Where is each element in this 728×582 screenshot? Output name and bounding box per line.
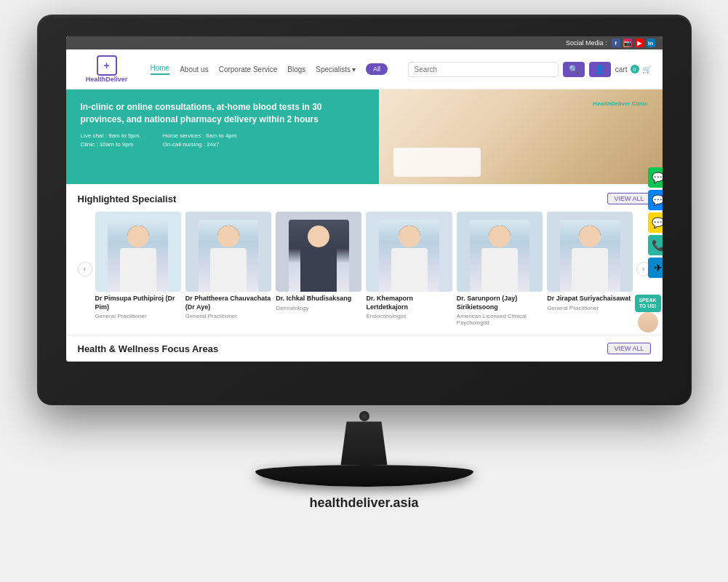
specialists-title: Highlighted Specialist <box>78 194 177 204</box>
health-view-all[interactable]: VIEW ALL <box>607 343 650 354</box>
doctor-figure-3 <box>289 220 349 292</box>
hero-content: In-clinic or online consultations, at-ho… <box>66 89 379 184</box>
phone-button[interactable]: 📞 <box>648 235 663 255</box>
specialist-photo-1 <box>95 212 181 292</box>
monitor-button <box>359 411 369 421</box>
specialist-card[interactable]: Dr. Ichkal Bhudisaksang Dermatology <box>276 212 361 326</box>
specialist-card[interactable]: Dr Pimsupa Puthipiroj (Dr Pim) General P… <box>95 212 181 326</box>
monitor-wrapper: Social Media : f 📷 ▶ in + HealthDeliver <box>37 15 692 511</box>
specialist-name-4: Dr. Khemaporn Lertdetkajorn <box>366 295 452 311</box>
doctor-head <box>399 226 420 247</box>
phone-icon: 📞 <box>652 239 663 251</box>
speak-to-us-button[interactable]: SPEAKTO US! <box>635 295 661 333</box>
social-icons: f 📷 ▶ in <box>612 39 655 47</box>
speak-btn-label: SPEAKTO US! <box>635 295 661 313</box>
specialist-photo-6 <box>547 212 633 292</box>
messenger-icon: 💬 <box>652 194 663 206</box>
telegram-button[interactable]: ✈ <box>648 258 663 278</box>
website-url: healthdeliver.asia <box>37 495 692 511</box>
social-label: Social Media : <box>566 39 607 47</box>
hero-image: HealthDeliver Clinic <box>379 89 663 184</box>
doctor-coat <box>572 248 608 292</box>
side-buttons: 💬 💬 💬 📞 ✈ <box>648 167 663 278</box>
search-button[interactable]: 🔍 <box>563 62 585 77</box>
linkedin-icon[interactable]: in <box>647 39 655 47</box>
nav-home[interactable]: Home <box>151 64 170 75</box>
top-bar: Social Media : f 📷 ▶ in <box>66 36 663 49</box>
specialist-specialty-4: Endocrinologist <box>366 313 452 319</box>
logo[interactable]: + HealthDeliver <box>78 55 136 83</box>
specialist-card[interactable]: Dr. Khemaporn Lertdetkajorn Endocrinolog… <box>366 212 452 326</box>
sms-button[interactable]: 💬 <box>648 212 663 233</box>
hero-title: In-clinic or online consultations, at-ho… <box>81 101 364 126</box>
specialist-specialty-2: General Practitioner <box>185 313 271 319</box>
cart-area[interactable]: cart 0 🛒 <box>615 65 651 73</box>
telegram-icon: ✈ <box>654 262 663 274</box>
doctor-coat <box>120 248 156 292</box>
specialist-card[interactable]: Dr Phattheera Chauvachata (Dr Aye) Gener… <box>185 212 271 326</box>
specialist-specialty-1: General Practitioner <box>95 313 181 319</box>
line-button[interactable]: 💬 <box>648 167 663 188</box>
website-content: Social Media : f 📷 ▶ in + HealthDeliver <box>66 36 663 362</box>
doctor-head <box>127 226 149 247</box>
doctor-figure-4 <box>379 220 439 292</box>
doctor-coat <box>300 248 337 292</box>
specialist-card[interactable]: Dr. Sarunporn (Jay) Sirikietsoong Americ… <box>457 212 543 326</box>
monitor-frame: Social Media : f 📷 ▶ in + HealthDeliver <box>37 15 692 405</box>
specialists-header: Highlighted Specialist VIEW ALL <box>78 193 651 204</box>
monitor-stand-base <box>255 465 473 487</box>
search-area: 🔍 👤 cart 0 🛒 <box>408 62 651 77</box>
doctor-figure-5 <box>470 220 530 292</box>
clinic-sign: HealthDeliver Clinic <box>593 100 647 107</box>
nav-blogs[interactable]: Blogs <box>287 65 305 73</box>
line-icon: 💬 <box>652 172 663 183</box>
user-button[interactable]: 👤 <box>589 62 611 77</box>
youtube-icon[interactable]: ▶ <box>635 39 644 47</box>
doctor-coat <box>210 248 247 292</box>
doctor-figure-1 <box>108 220 168 292</box>
specialist-name-5: Dr. Sarunporn (Jay) Sirikietsoong <box>457 295 543 311</box>
specialist-specialty-6: General Practitioner <box>547 305 633 311</box>
messenger-button[interactable]: 💬 <box>648 190 663 210</box>
specialist-name-6: Dr Jirapat Suriyachaisawat <box>547 295 633 303</box>
doctor-coat <box>481 248 518 292</box>
specialist-photo-2 <box>185 212 271 292</box>
instagram-icon[interactable]: 📷 <box>623 39 632 47</box>
specialist-photo-4 <box>366 212 452 292</box>
specialist-specialty-3: Dermatology <box>276 305 361 311</box>
specialist-photo-5 <box>457 212 543 292</box>
specialists-section: Highlighted Specialist VIEW ALL ‹ <box>66 184 663 335</box>
logo-icon: + <box>97 55 117 76</box>
specialists-grid: Dr Pimsupa Puthipiroj (Dr Pim) General P… <box>95 212 633 326</box>
monitor-screen: Social Media : f 📷 ▶ in + HealthDeliver <box>66 36 663 362</box>
clinic-reception: HealthDeliver Clinic <box>379 89 663 184</box>
logo-text: HealthDeliver <box>86 76 128 83</box>
monitor-stand-neck <box>335 421 393 465</box>
facebook-icon[interactable]: f <box>612 39 620 47</box>
navbar: + HealthDeliver Home About us Corporate … <box>66 49 663 89</box>
specialist-specialty-5: American Licensed Clinical Psychologist <box>457 313 543 326</box>
hero-live-chat: Live chat : 9am to 9pm. Clinic : 10am to… <box>81 132 141 149</box>
health-section-header: Health & Wellness Focus Areas VIEW ALL <box>78 343 651 354</box>
specialist-name-1: Dr Pimsupa Puthipiroj (Dr Pim) <box>95 295 181 311</box>
carousel-prev-button[interactable]: ‹ <box>78 262 92 276</box>
specialists-view-all[interactable]: VIEW ALL <box>607 193 650 204</box>
nav-all-filter[interactable]: All <box>366 63 388 75</box>
doctor-head <box>579 226 601 247</box>
nav-corporate[interactable]: Corporate Service <box>219 65 278 73</box>
nav-specialists-dropdown[interactable]: Specialists ▾ <box>316 65 356 73</box>
chevron-down-icon: ▾ <box>352 65 356 73</box>
specialist-card[interactable]: Dr Jirapat Suriyachaisawat General Pract… <box>547 212 633 326</box>
doctor-head <box>308 226 329 247</box>
health-section: Health & Wellness Focus Areas VIEW ALL <box>66 335 663 362</box>
specialist-photo-3 <box>276 212 361 292</box>
nav-about[interactable]: About us <box>180 65 208 73</box>
search-input[interactable] <box>408 62 559 77</box>
doctor-coat <box>391 248 428 292</box>
doctor-figure-6 <box>560 220 620 292</box>
sms-icon: 💬 <box>652 217 663 228</box>
specialists-carousel: ‹ Dr <box>78 212 651 326</box>
specialist-name-2: Dr Phattheera Chauvachata (Dr Aye) <box>185 295 271 311</box>
doctor-figure-2 <box>199 220 259 292</box>
doctor-head <box>489 226 511 247</box>
